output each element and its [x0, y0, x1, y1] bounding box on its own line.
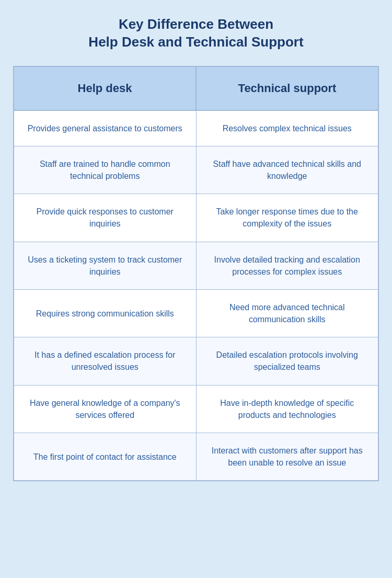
- table-row: Uses a ticketing system to track custome…: [14, 242, 378, 289]
- helpdesk-cell: Provide quick responses to customer inqu…: [14, 194, 196, 242]
- techsupport-cell: Detailed escalation protocols involving …: [196, 337, 378, 385]
- helpdesk-cell: Requires strong communication skills: [14, 289, 196, 337]
- helpdesk-cell: Staff are trained to handle common techn…: [14, 146, 196, 194]
- helpdesk-cell: The first point of contact for assistanc…: [14, 433, 196, 481]
- techsupport-cell: Involve detailed tracking and escalation…: [196, 242, 378, 289]
- table-row: Have general knowledge of a company's se…: [14, 385, 378, 433]
- page-title: Key Difference BetweenHelp Desk and Tech…: [88, 16, 303, 51]
- techsupport-cell: Interact with customers after support ha…: [196, 433, 378, 481]
- techsupport-cell: Take longer response times due to the co…: [196, 194, 378, 242]
- helpdesk-cell: Provides general assistance to customers: [14, 110, 196, 146]
- techsupport-cell: Staff have advanced technical skills and…: [196, 146, 378, 194]
- table-row: Requires strong communication skillsNeed…: [14, 289, 378, 337]
- techsupport-cell: Resolves complex technical issues: [196, 110, 378, 146]
- table-row: Provide quick responses to customer inqu…: [14, 194, 378, 242]
- helpdesk-cell: Have general knowledge of a company's se…: [14, 385, 196, 433]
- techsupport-cell: Have in-depth knowledge of specific prod…: [196, 385, 378, 433]
- comparison-table: Help desk Technical support Provides gen…: [13, 66, 379, 482]
- table-row: It has a defined escalation process for …: [14, 337, 378, 385]
- techsupport-cell: Need more advanced technical communicati…: [196, 289, 378, 337]
- helpdesk-cell: Uses a ticketing system to track custome…: [14, 242, 196, 289]
- col1-header: Help desk: [14, 66, 196, 110]
- helpdesk-cell: It has a defined escalation process for …: [14, 337, 196, 385]
- table-row: Staff are trained to handle common techn…: [14, 146, 378, 194]
- col2-header: Technical support: [196, 66, 378, 110]
- table-row: The first point of contact for assistanc…: [14, 433, 378, 481]
- table-row: Provides general assistance to customers…: [14, 110, 378, 146]
